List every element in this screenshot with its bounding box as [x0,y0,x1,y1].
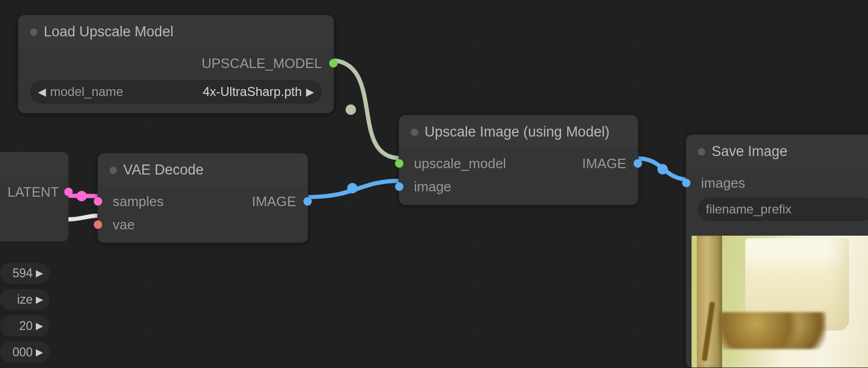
widget-partial-1[interactable]: 594 ▶ [0,263,50,284]
node-load-upscale-model[interactable]: Load Upscale Model UPSCALE_MODEL ◀ model… [18,15,334,113]
node-header[interactable]: Upscale Image (using Model) [399,115,638,148]
output-image-label: IMAGE [582,156,626,172]
node-header[interactable]: VAE Decode [98,153,308,186]
output-port-image[interactable] [634,159,642,168]
chevron-right-icon[interactable]: ▶ [36,294,43,305]
widget-label: model_name [50,84,123,99]
node-title: Upscale Image (using Model) [425,124,609,140]
node-header[interactable]: Load Upscale Model [18,15,333,47]
output-port-image[interactable] [303,197,312,206]
widget-model-name[interactable]: ◀ model_name 4x-UltraSharp.pth ▶ [30,80,322,103]
node-upscale-image[interactable]: Upscale Image (using Model) upscale_mode… [399,115,638,205]
node-header[interactable]: Save Image [686,135,868,167]
node-title: Load Upscale Model [44,24,173,40]
input-port-upscale-model[interactable] [395,159,403,168]
output-latent-label: LATENT [7,184,59,200]
input-images-label: images [701,175,745,191]
input-image-label: image [414,179,451,195]
collapse-dot-icon[interactable] [30,28,37,36]
input-samples-label: samples [113,193,164,210]
output-upscale-model-label: UPSCALE_MODEL [202,55,322,72]
widget-partial-2-value: ize [9,293,33,307]
partial-node-latent[interactable]: LATENT [0,152,68,241]
output-port-upscale-model[interactable] [329,59,338,67]
input-port-samples[interactable] [94,197,102,206]
widget-label: filename_prefix [706,202,862,217]
widget-partial-2[interactable]: ize ▶ [0,289,50,310]
input-vae-label: vae [113,217,135,233]
collapse-dot-icon[interactable] [110,167,117,174]
node-save-image[interactable]: Save Image images filename_prefix [686,134,868,368]
output-port-latent[interactable] [64,188,73,196]
chevron-right-icon[interactable]: ▶ [36,267,43,279]
widget-partial-1-value: 594 [9,266,33,280]
input-upscale-model-label: upscale_model [414,156,506,172]
widget-partial-4[interactable]: 000 ▶ [0,342,50,363]
chevron-right-icon[interactable]: ▶ [36,346,43,358]
input-port-vae[interactable] [94,220,102,229]
input-port-image[interactable] [395,182,403,191]
node-vae-decode[interactable]: VAE Decode samples IMAGE vae [97,153,308,243]
output-image-label: IMAGE [252,193,296,210]
chevron-left-icon[interactable]: ◀ [38,85,46,98]
widget-value: 4x-UltraSharp.pth [127,84,302,99]
widget-filename-prefix[interactable]: filename_prefix [698,198,868,221]
widget-partial-3[interactable]: 20 ▶ [0,315,50,336]
node-title: VAE Decode [123,162,204,178]
widget-partial-4-value: 000 [9,345,33,360]
collapse-dot-icon[interactable] [698,148,705,156]
chevron-right-icon[interactable]: ▶ [36,320,43,332]
node-title: Save Image [712,143,787,160]
chevron-right-icon[interactable]: ▶ [306,85,314,98]
input-port-images[interactable] [682,179,691,187]
image-preview [692,236,868,367]
collapse-dot-icon[interactable] [411,129,418,136]
widget-partial-3-value: 20 [9,319,33,333]
